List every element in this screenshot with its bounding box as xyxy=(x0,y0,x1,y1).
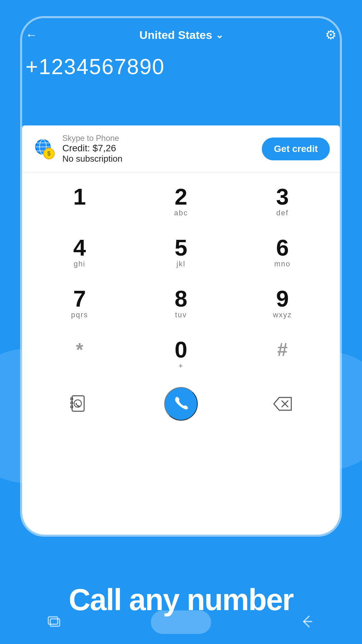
phone-number-display: +1234567890 xyxy=(22,48,340,89)
dial-key-star[interactable]: * xyxy=(29,329,130,380)
dial-key-hash[interactable]: # xyxy=(232,329,333,380)
dial-letters-8: tuv xyxy=(175,311,187,319)
dial-digit-hash: # xyxy=(277,340,288,359)
dial-letters-4: ghi xyxy=(74,260,85,268)
credit-subscription: No subscription xyxy=(62,154,122,164)
svg-text:$: $ xyxy=(47,150,51,157)
skype-phone-icon: $ xyxy=(32,137,56,161)
dial-letters-9: wxyz xyxy=(273,311,292,319)
settings-icon[interactable]: ⚙ xyxy=(325,28,337,42)
country-selector[interactable]: United States ⌄ xyxy=(139,29,223,42)
dial-key-0[interactable]: 0 + xyxy=(130,329,232,380)
dial-key-4[interactable]: 4 ghi xyxy=(29,227,130,278)
dial-digit-4: 4 xyxy=(73,236,86,259)
dial-letters-0: + xyxy=(179,362,184,370)
backspace-button[interactable] xyxy=(232,386,333,421)
screen-bottom-area: $ Skype to Phone Credit: $7,26 No subscr… xyxy=(22,125,340,535)
dial-digit-2: 2 xyxy=(175,185,187,208)
dial-key-7[interactable]: 7 pqrs xyxy=(29,278,130,329)
dial-key-3[interactable]: 3 def xyxy=(232,176,333,227)
credit-bar: $ Skype to Phone Credit: $7,26 No subscr… xyxy=(22,125,340,172)
dial-key-1[interactable]: 1 xyxy=(29,176,130,227)
phone-screen: ← United States ⌄ ⚙ +1234567890 xyxy=(22,18,340,535)
dial-digit-8: 8 xyxy=(175,287,187,310)
get-credit-button[interactable]: Get credit xyxy=(262,138,330,160)
dial-digit-3: 3 xyxy=(276,185,289,208)
service-label: Skype to Phone xyxy=(62,133,122,143)
credit-text-block: Skype to Phone Credit: $7,26 No subscrip… xyxy=(62,133,122,164)
chevron-down-icon: ⌄ xyxy=(216,30,223,41)
dial-digit-0: 0 xyxy=(175,338,187,361)
back-button[interactable]: ← xyxy=(25,28,38,42)
dial-digit-7: 7 xyxy=(73,287,86,310)
bottom-tagline: Call any number xyxy=(0,583,362,617)
dial-letters-7: pqrs xyxy=(71,311,88,319)
screen-top-area: ← United States ⌄ ⚙ +1234567890 xyxy=(22,18,340,125)
dialpad-actions xyxy=(22,383,340,428)
dial-digit-6: 6 xyxy=(276,236,289,259)
credit-amount: Credit: $7,26 xyxy=(62,143,122,154)
phone-frame: ← United States ⌄ ⚙ +1234567890 xyxy=(20,16,342,537)
credit-info: $ Skype to Phone Credit: $7,26 No subscr… xyxy=(32,133,122,164)
dial-digit-9: 9 xyxy=(276,287,289,310)
dial-digit-star: * xyxy=(76,340,83,359)
svg-rect-15 xyxy=(50,619,60,626)
dial-letters-3: def xyxy=(276,209,289,217)
dial-letters-2: abc xyxy=(174,209,188,217)
dialpad: 1 2 abc 3 def 4 ghi xyxy=(22,172,340,383)
app-header: ← United States ⌄ ⚙ xyxy=(22,18,340,48)
dial-digit-1: 1 xyxy=(73,185,86,208)
dial-key-5[interactable]: 5 jkl xyxy=(130,227,232,278)
country-label: United States xyxy=(139,29,212,42)
dial-letters-5: jkl xyxy=(177,260,186,268)
dial-key-8[interactable]: 8 tuv xyxy=(130,278,232,329)
dial-letters-6: mno xyxy=(274,260,291,268)
dial-key-6[interactable]: 6 mno xyxy=(232,227,333,278)
dial-digit-5: 5 xyxy=(175,236,187,259)
dial-key-9[interactable]: 9 wxyz xyxy=(232,278,333,329)
call-button[interactable] xyxy=(164,387,198,421)
contacts-button[interactable] xyxy=(29,386,130,421)
dial-key-2[interactable]: 2 abc xyxy=(130,176,232,227)
svg-rect-14 xyxy=(48,617,58,624)
